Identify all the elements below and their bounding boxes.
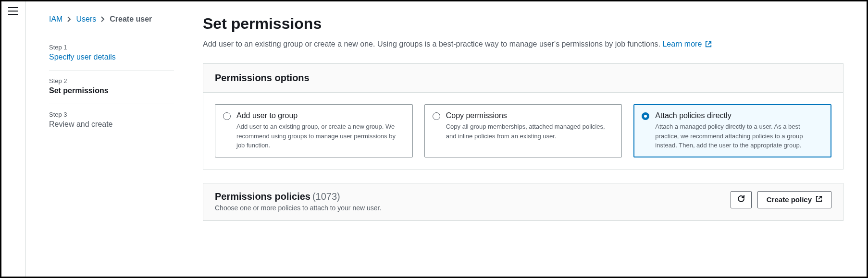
create-policy-button[interactable]: Create policy xyxy=(757,191,831,208)
option-description: Add user to an existing group, or create… xyxy=(236,122,405,150)
permissions-options-panel: Permissions options Add user to group Ad… xyxy=(203,63,843,169)
option-description: Copy all group memberships, attached man… xyxy=(446,122,614,141)
chevron-right-icon xyxy=(101,16,105,22)
breadcrumb-iam[interactable]: IAM xyxy=(49,15,62,24)
policies-hint: Choose one or more policies to attach to… xyxy=(215,204,381,212)
option-add-to-group[interactable]: Add user to group Add user to an existin… xyxy=(215,104,413,157)
vertical-divider xyxy=(25,1,26,277)
page-subtitle: Add user to an existing group or create … xyxy=(203,38,843,50)
wizard-step-3: Step 3 Review and create xyxy=(49,104,174,137)
step-title: Specify user details xyxy=(49,53,174,61)
external-link-icon xyxy=(705,41,712,48)
external-link-icon xyxy=(816,195,822,204)
option-copy-permissions[interactable]: Copy permissions Copy all group membersh… xyxy=(424,104,622,157)
subtitle-text: Add user to an existing group or create … xyxy=(203,40,662,48)
step-title: Set permissions xyxy=(49,86,174,95)
option-title: Attach policies directly xyxy=(655,111,823,120)
radio-icon xyxy=(642,112,649,120)
panel-header: Permissions options xyxy=(203,64,843,93)
chevron-right-icon xyxy=(67,16,71,22)
radio-icon xyxy=(433,112,440,120)
permissions-policies-panel: Permissions policies (1073) Choose one o… xyxy=(203,183,843,221)
refresh-icon xyxy=(737,194,745,205)
button-label: Create policy xyxy=(767,195,812,204)
panel-title: Permissions options xyxy=(215,73,831,84)
wizard-step-2: Step 2 Set permissions xyxy=(49,71,174,104)
option-title: Copy permissions xyxy=(446,111,614,120)
step-title: Review and create xyxy=(49,120,174,129)
breadcrumb: IAM Users Create user xyxy=(49,15,174,24)
option-title: Add user to group xyxy=(236,111,405,120)
radio-icon xyxy=(223,112,231,120)
wizard-step-1[interactable]: Step 1 Specify user details xyxy=(49,37,174,71)
step-label: Step 1 xyxy=(49,44,174,51)
breadcrumb-users[interactable]: Users xyxy=(76,15,96,24)
refresh-button[interactable] xyxy=(731,191,752,208)
step-label: Step 3 xyxy=(49,111,174,118)
breadcrumb-current: Create user xyxy=(110,15,152,24)
page-title: Set permissions xyxy=(203,15,843,33)
option-description: Attach a managed policy directly to a us… xyxy=(655,122,823,150)
hamburger-icon[interactable] xyxy=(8,7,18,15)
option-attach-directly[interactable]: Attach policies directly Attach a manage… xyxy=(633,104,831,157)
learn-more-link[interactable]: Learn more xyxy=(662,40,711,48)
policies-title: Permissions policies xyxy=(215,191,310,202)
policies-count: (1073) xyxy=(312,191,340,202)
step-label: Step 2 xyxy=(49,77,174,85)
